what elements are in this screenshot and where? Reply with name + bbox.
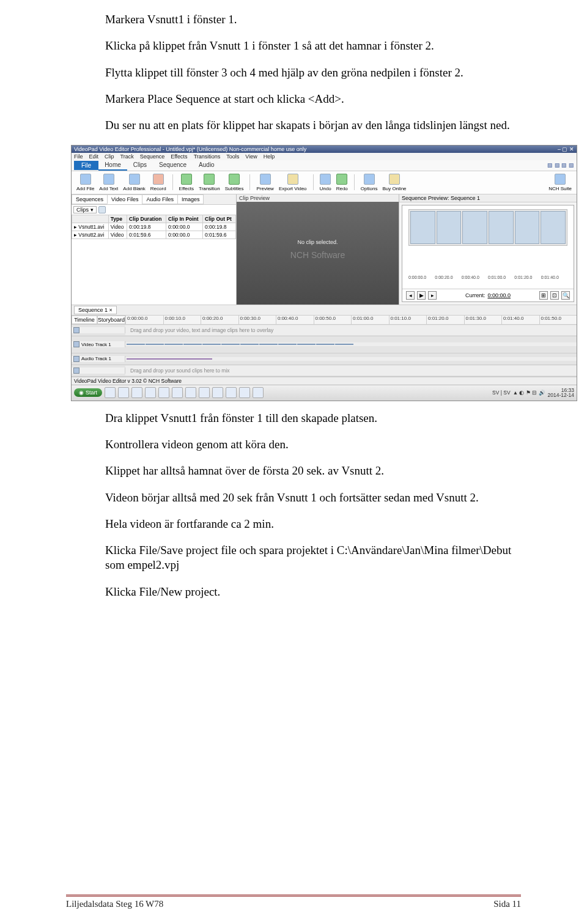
nch-watermark: NCH Software	[290, 250, 345, 260]
tool1-icon[interactable]: ⊞	[539, 291, 548, 300]
bin-tab-sequences[interactable]: Sequences	[72, 194, 108, 204]
bin-tab-audio-files[interactable]: Audio Files	[142, 194, 178, 204]
toolbar-label: Subtitles	[225, 186, 244, 191]
ruler-tick: 0:00:30.0	[238, 316, 276, 324]
redo-button[interactable]: Redo	[335, 174, 349, 191]
export-video-icon	[287, 174, 298, 185]
menu-edit[interactable]: Edit	[89, 153, 99, 160]
ruler-tick: 0:01:30.0	[464, 316, 502, 324]
clip-thumb[interactable]	[146, 344, 164, 345]
menu-transitions[interactable]: Transitions	[194, 153, 221, 160]
toolbar-label: Add Blank	[123, 186, 145, 191]
clip-thumb[interactable]	[335, 344, 353, 345]
toolbar-label: Add Text	[99, 186, 118, 191]
taskbar-app-icon[interactable]	[226, 387, 237, 398]
taskbar-app-icon[interactable]	[131, 387, 142, 398]
taskbar-app-icon[interactable]	[105, 387, 116, 398]
taskbar-app-icon[interactable]	[212, 387, 223, 398]
add-file-button[interactable]: Add File	[75, 174, 95, 191]
preview-button[interactable]: Preview	[255, 174, 275, 191]
prev-button[interactable]: ◂	[406, 291, 415, 300]
footer-left: Liljedalsdata Steg 16 W78	[66, 899, 163, 909]
add-text-button[interactable]: Add Text	[98, 174, 119, 191]
clip-thumb[interactable]	[164, 344, 183, 345]
taskbar-app-icon[interactable]	[253, 387, 264, 398]
video-track[interactable]: Video Track 1	[72, 336, 577, 353]
taskbar-app-icon[interactable]	[199, 387, 210, 398]
menu-help[interactable]: Help	[264, 153, 275, 160]
bin-tab-video-files[interactable]: Video Files	[107, 194, 142, 204]
taskbar-app-icon[interactable]	[239, 387, 250, 398]
options-icon	[364, 174, 375, 185]
nch-suite-button[interactable]: NCH Suite	[547, 174, 573, 191]
timeline-mode-timeline[interactable]: Timeline	[72, 316, 97, 324]
current-time: 0:00:00.0	[487, 292, 511, 298]
timeline-mode-storyboard[interactable]: Storyboard	[97, 316, 125, 324]
tray-icons: ▲ ◐ ⚑ ⊟ 🔊	[513, 390, 545, 396]
clips-dropdown[interactable]: Clips ▾	[73, 206, 97, 213]
bin-tab-images[interactable]: Images	[177, 194, 204, 204]
track-icon	[73, 356, 79, 362]
taskbar-app-icon[interactable]	[118, 387, 129, 398]
clip-thumb[interactable]	[202, 344, 221, 345]
add-blank-button[interactable]: Add Blank	[122, 174, 146, 191]
start-button[interactable]: ◉ Start	[74, 388, 102, 397]
clip-thumb[interactable]	[127, 344, 145, 345]
clip-thumb[interactable]	[297, 344, 316, 345]
audio-clip[interactable]	[127, 358, 212, 360]
zoom-icon[interactable]: 🔍	[561, 291, 570, 300]
clip-thumb[interactable]	[278, 344, 297, 345]
taskbar: ◉ Start SV | SV ▲ ◐ ⚑ ⊟ 🔊 16:33 2014-12-…	[72, 385, 577, 401]
clip-row[interactable]: ▸ Vsnutt2.aviVideo0:01:59.60:00:00.00:01…	[72, 231, 236, 238]
taskbar-app-icon[interactable]	[185, 387, 196, 398]
sequence-tab[interactable]: Sequence 1 ×	[74, 306, 117, 314]
ribbon-tab-audio[interactable]: Audio	[193, 160, 221, 171]
clip-thumb[interactable]	[183, 344, 202, 345]
transition-button[interactable]: Transition	[198, 174, 221, 191]
menu-track[interactable]: Track	[120, 153, 134, 160]
clip-thumb[interactable]	[316, 344, 334, 345]
taskbar-app-icon[interactable]	[158, 387, 169, 398]
clip-thumb[interactable]	[221, 344, 240, 345]
clip-thumb[interactable]	[259, 344, 278, 345]
taskbar-app-icon[interactable]	[172, 387, 183, 398]
clip-cell: 0:00:19.8	[127, 223, 166, 231]
ribbon-tab-sequence[interactable]: Sequence	[153, 160, 193, 171]
undo-button[interactable]: Undo	[319, 174, 333, 191]
add-icon[interactable]	[98, 206, 106, 213]
ruler-tick: 0:01:40.0	[501, 316, 539, 324]
effects-icon	[181, 174, 192, 185]
menu-view[interactable]: View	[245, 153, 257, 160]
overlay-track[interactable]: Drag and drop your video, text and image…	[72, 325, 577, 336]
menu-clip[interactable]: Clip	[105, 153, 114, 160]
clip-row[interactable]: ▸ Vsnutt1.aviVideo0:00:19.80:00:00.00:00…	[72, 223, 236, 231]
file-tab[interactable]: File	[74, 161, 98, 170]
buy-online-button[interactable]: Buy Online	[381, 174, 407, 191]
options-button[interactable]: Options	[360, 174, 379, 191]
ribbon-tab-home[interactable]: Home	[98, 160, 127, 171]
taskbar-app-icon[interactable]	[145, 387, 156, 398]
ruler-tick: 0:01:20.0	[514, 275, 541, 279]
clip-thumb[interactable]	[240, 344, 259, 345]
sound-track[interactable]: Drag and drop your sound clips here to m…	[72, 365, 577, 377]
record-button[interactable]: Record	[149, 174, 168, 191]
export-video-button[interactable]: Export Video	[278, 174, 308, 191]
add-file-icon	[80, 174, 91, 185]
subtitles-button[interactable]: Subtitles	[224, 174, 245, 191]
paragraph: Dra klippet Vsnutt1 från fönster 1 till …	[105, 411, 521, 426]
ribbon-tab-clips[interactable]: Clips	[127, 160, 153, 171]
menu-effects[interactable]: Effects	[171, 153, 187, 160]
next-button[interactable]: ▸	[428, 291, 437, 300]
social-icons: ▧ ▧ ▧ ▧	[547, 162, 574, 168]
play-button[interactable]: ▶	[417, 291, 426, 300]
menu-file[interactable]: File	[74, 153, 83, 160]
effects-button[interactable]: Effects	[178, 174, 195, 191]
menu-tools[interactable]: Tools	[226, 153, 239, 160]
clip-cell: 0:01:59.6	[127, 231, 166, 238]
tool2-icon[interactable]: ⊡	[550, 291, 559, 300]
menu-sequence[interactable]: Sequence	[140, 153, 165, 160]
add-blank-icon	[129, 174, 140, 185]
audio-track[interactable]: Audio Track 1	[72, 353, 577, 365]
timeline-area: TimelineStoryboard 0:00:00.00:00:10.00:0…	[72, 316, 577, 377]
video-track-label: Video Track 1	[81, 342, 111, 347]
